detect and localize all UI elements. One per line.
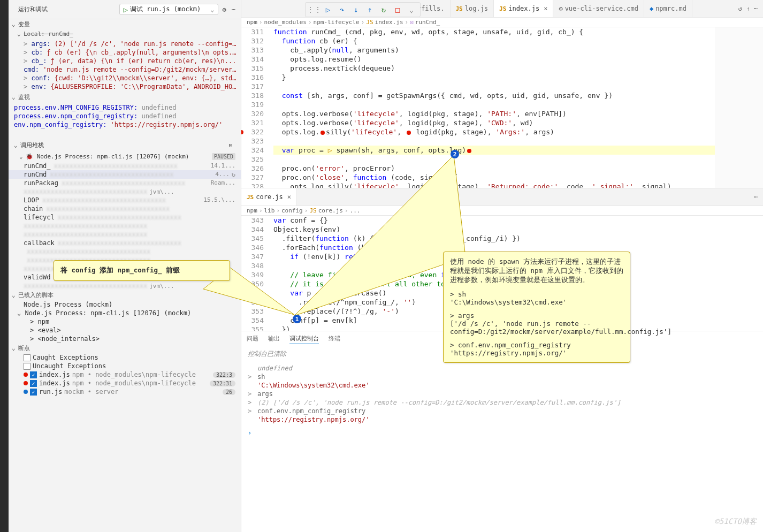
call-frame[interactable]: xxxxxxxxxxxxxxxxxxxxxxxxxxxxxxxx xyxy=(9,247,241,256)
call-frame[interactable]: LOOPxxxxxxxxxxxxxxxxxxxxxxxxxxxxxxxx15.5… xyxy=(9,196,241,204)
breakpoint-row[interactable]: ✓index.jsnpm • node_modules\npm-lifecycl… xyxy=(9,370,241,379)
breadcrumb-item[interactable]: lib xyxy=(264,207,275,214)
section-variables[interactable]: ⌄ 变量 xyxy=(9,19,241,29)
sidebar-title: 运行和调试 xyxy=(13,2,53,17)
scope-local[interactable]: ⌄ Local: runCmd_ xyxy=(9,29,241,39)
console-line: >(2) ['/d /s /c', 'node run.js remote --… xyxy=(248,398,757,407)
variable-row[interactable]: > conf: {cwd: 'D:\\git2\\mockm\\server',… xyxy=(9,74,241,82)
call-frame[interactable]: callbackxxxxxxxxxxxxxxxxxxxxxxxxxxxxxxxx xyxy=(9,239,241,247)
chevron-down-icon: ⌄ xyxy=(12,21,18,28)
console-line: >sh xyxy=(248,373,757,381)
call-frame[interactable]: chainxxxxxxxxxxxxxxxxxxxxxxxxxxxxxxxx xyxy=(9,204,241,213)
console-prompt[interactable]: › xyxy=(248,429,757,437)
console-line: undefined xyxy=(248,364,757,373)
variable-row[interactable]: > env: {ALLUSERSPROFILE: 'C:\\ProgramDat… xyxy=(9,82,241,91)
call-frame[interactable]: xxxxxxxxxxxxxxxxxxxxxxxxxxxxxxxxjvm\... xyxy=(9,187,241,196)
variable-row[interactable]: > args: (2) ['/d /s /c', 'node run.js re… xyxy=(9,40,241,48)
tab-core-js[interactable]: JS core.js × xyxy=(241,188,297,206)
debug-toolbar[interactable]: ⋮⋮ ▷ ↷ ↓ ↑ ↻ □ ⌄ xyxy=(305,2,421,17)
editor-tab[interactable]: JSindex.js× xyxy=(494,0,553,17)
more-icon[interactable]: ⋯ xyxy=(754,5,758,12)
chevron-down-icon: ⌄ xyxy=(210,6,214,13)
breakpoint-row[interactable]: ✓run.jsmockm • server26 xyxy=(9,387,241,396)
breadcrumb-1[interactable]: npm›node_modules›npm-lifecycle›JSindex.j… xyxy=(241,18,763,27)
breadcrumb-item[interactable]: npm xyxy=(247,207,257,214)
section-loaded[interactable]: ⌄ 已载入的脚本 xyxy=(9,290,241,300)
step-into-icon[interactable]: ↓ xyxy=(350,4,361,15)
tab-label: core.js xyxy=(256,193,283,201)
editor-tab[interactable]: ⚙vue-cli-service.cmd xyxy=(553,0,644,17)
process-row[interactable]: ⌄🐞 Node.js Process: npm-cli.js [12076] (… xyxy=(19,153,189,160)
more-icon[interactable]: ⋯ xyxy=(231,5,236,14)
call-frame[interactable]: lifecyclxxxxxxxxxxxxxxxxxxxxxxxxxxxxxxxx xyxy=(9,213,241,222)
more-icon[interactable]: ⋯ xyxy=(754,193,763,201)
section-watch[interactable]: ⌄ 监视 xyxy=(9,92,241,102)
history-icon[interactable]: ↺ xyxy=(738,5,742,12)
chevron-down-icon[interactable]: ⌄ xyxy=(406,4,417,15)
tab-label: log.js xyxy=(465,5,488,12)
panel-tab[interactable]: 问题 xyxy=(247,333,258,344)
loaded-script-item[interactable]: > <eval> xyxy=(9,326,241,335)
stop-icon[interactable]: □ xyxy=(392,4,403,15)
gear-icon[interactable]: ⚙ xyxy=(222,5,227,14)
grip-icon[interactable]: ⋮⋮ xyxy=(309,4,319,15)
call-frame[interactable]: runCmdxxxxxxxxxxxxxxxxxxxxxxxxxxxxxxxx4.… xyxy=(9,170,241,179)
loaded-script-item[interactable]: Node.js Process (mockm) xyxy=(9,300,241,309)
checkbox[interactable] xyxy=(24,354,30,361)
continue-icon[interactable]: ▷ xyxy=(323,4,333,15)
loaded-script-item[interactable]: > npm xyxy=(9,317,241,326)
step-out-icon[interactable]: ↑ xyxy=(364,4,375,15)
checkbox[interactable]: ✓ xyxy=(30,371,37,378)
call-frame[interactable]: xxxxxxxxxxxxxxxxxxxxxxxxxxxxxxxxjvm\... xyxy=(9,282,241,290)
section-breakpoints[interactable]: ⌄ 断点 xyxy=(9,343,241,353)
loaded-script-item[interactable]: ⌄ Node.js Process: npm-cli.js [12076] (m… xyxy=(9,309,241,317)
call-frame[interactable]: xxxxxxxxxxxxxxxxxxxxxxxxxxxxxxxx xyxy=(9,222,241,230)
minimap[interactable] xyxy=(715,27,763,188)
panel-tab[interactable]: 调试控制台 xyxy=(289,333,319,344)
checkbox[interactable]: ✓ xyxy=(30,380,37,387)
close-icon[interactable]: × xyxy=(287,193,291,201)
variable-row[interactable]: > cb: ƒ cb (er) {\n cb_.apply(null, argu… xyxy=(9,48,241,57)
split-icon[interactable]: ⫞ xyxy=(746,5,750,12)
console-line: >conf.env.npm_config_registry xyxy=(248,407,757,415)
breadcrumb-2[interactable]: npm›lib›config›JScore.js›... xyxy=(241,206,763,216)
split-tab-bar: JS core.js × ⋯ xyxy=(241,188,763,206)
chevron-down-icon: ⌄ xyxy=(14,142,20,149)
breadcrumb-item[interactable]: ... xyxy=(350,207,361,214)
loaded-script-item[interactable]: > <node_internals> xyxy=(9,335,241,343)
call-frame[interactable]: runCmd_xxxxxxxxxxxxxxxxxxxxxxxxxxxxxxxx1… xyxy=(9,162,241,170)
breadcrumb-item[interactable]: node_modules xyxy=(264,19,307,26)
checkbox[interactable] xyxy=(24,363,30,370)
watch-row[interactable]: env.npm_config_registry: 'https://regist… xyxy=(9,120,241,129)
panel-tab[interactable]: 输出 xyxy=(268,333,280,344)
breakpoint-row[interactable]: Uncaught Exceptions xyxy=(9,362,241,370)
breakpoint-row[interactable]: Caught Exceptions xyxy=(9,353,241,362)
editor-tab[interactable]: ◆npmrc.md xyxy=(644,0,692,17)
step-over-icon[interactable]: ↷ xyxy=(337,4,347,15)
close-icon[interactable]: × xyxy=(544,5,547,12)
breadcrumb-item[interactable]: npm-lifecycle xyxy=(314,19,360,26)
launch-config-select[interactable]: ▷ 调试 run.js (mockm) ⌄ xyxy=(119,4,218,15)
annotation-1: 将 config 添加 npm_config_ 前缀 xyxy=(54,260,230,281)
restart-icon[interactable]: ↻ xyxy=(378,4,389,15)
call-frame[interactable]: runPackagxxxxxxxxxxxxxxxxxxxxxxxxxxxxxxx… xyxy=(9,179,241,187)
variable-row[interactable]: > cb_: ƒ (er, data) {\n if (er) return c… xyxy=(9,57,241,65)
editor-tab[interactable]: JSlog.js xyxy=(451,0,494,17)
call-frame[interactable]: xxxxxxxxxxxxxxxxxxxxxxxxxxxxxxxx xyxy=(9,230,241,239)
collapse-icon[interactable]: ⊟ xyxy=(226,140,235,150)
watch-row[interactable]: process.env.npm_config_registry: undefin… xyxy=(9,112,241,120)
breakpoint-row[interactable]: ✓index.jsnpm • node_modules\npm-lifecycl… xyxy=(9,379,241,387)
breadcrumb-item[interactable]: runCmd_ xyxy=(415,19,440,26)
checkbox[interactable]: ✓ xyxy=(30,389,37,396)
breadcrumb-item[interactable]: index.js xyxy=(375,19,403,26)
annotation-text: 将 config 添加 npm_config_ 前缀 xyxy=(60,266,223,275)
process-label: Node.js Process: npm-cli.js [12076] (moc… xyxy=(37,153,189,160)
md-icon: ◆ xyxy=(650,5,653,12)
breadcrumb-item[interactable]: config xyxy=(281,207,303,214)
editor-1[interactable]: 311312313314315316317318319320321322323▷… xyxy=(241,27,763,188)
variable-row[interactable]: cmd: 'node run.js remote --config=D:/git… xyxy=(9,65,241,74)
breadcrumb-item[interactable]: core.js xyxy=(318,207,343,214)
panel-tab[interactable]: 终端 xyxy=(329,333,340,344)
watch-row[interactable]: process.env.NPM_CONFIG_REGISTRY: undefin… xyxy=(9,103,241,112)
breadcrumb-item[interactable]: npm xyxy=(247,19,257,26)
